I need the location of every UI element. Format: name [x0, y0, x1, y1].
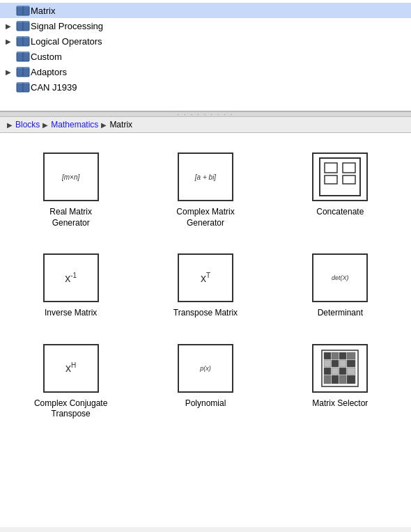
block-content-cct: xH: [65, 361, 76, 375]
svg-rect-22: [343, 175, 355, 184]
block-inverse-matrix[interactable]: x-1 Inverse Matrix: [7, 248, 134, 324]
block-box-inverse-matrix: x-1: [43, 253, 99, 302]
block-content-real-matrix: [m×n]: [62, 173, 79, 181]
block-transpose-matrix[interactable]: xT Transpose Matrix: [141, 248, 269, 324]
svg-rect-19: [325, 163, 337, 173]
block-label-transpose-matrix: Transpose Matrix: [173, 308, 238, 319]
tree-item-signal-processing[interactable]: ▶ Signal Processing: [0, 18, 411, 33]
block-label-polynomial: Polynomial: [185, 398, 226, 409]
svg-rect-35: [347, 368, 355, 375]
tree-item-label-signal: Signal Processing: [31, 21, 103, 31]
block-box-cct: xH: [43, 344, 99, 393]
svg-rect-27: [347, 352, 355, 359]
svg-rect-38: [339, 375, 346, 384]
block-label-complex-matrix: Complex MatrixGenerator: [176, 207, 234, 228]
expand-icon-adaptors: ▶: [6, 68, 14, 76]
svg-rect-25: [332, 352, 339, 359]
block-content-polynomial: p(x): [200, 365, 211, 372]
tree-item-adaptors[interactable]: ▶ Adaptors: [0, 64, 411, 79]
matrix-selector-icon: [321, 350, 359, 387]
breadcrumb-arrow-2: ▶: [101, 121, 107, 129]
svg-rect-24: [324, 352, 331, 359]
block-box-concatenate: [312, 152, 368, 201]
svg-rect-37: [332, 375, 339, 384]
block-polynomial[interactable]: p(x) Polynomial: [141, 338, 269, 425]
block-label-matrix-selector: Matrix Selector: [312, 398, 368, 409]
breadcrumb-bar: ▶ Blocks ▶ Mathematics ▶ Matrix: [0, 117, 411, 133]
tree-item-label-adaptors: Adaptors: [31, 67, 67, 77]
block-real-matrix-generator[interactable]: [m×n] Real MatrixGenerator: [7, 147, 134, 234]
block-label-determinant: Determinant: [318, 308, 363, 319]
block-box-matrix-selector: [312, 344, 368, 393]
block-label-concatenate: Concatenate: [316, 207, 364, 218]
concat-visual-icon: [319, 157, 361, 196]
breadcrumb-mathematics[interactable]: Mathematics: [51, 120, 98, 130]
panel-divider[interactable]: · · · · · · · · ·: [0, 111, 411, 117]
block-box-determinant: det(X): [312, 253, 368, 302]
block-content-inverse-matrix: x-1: [65, 272, 77, 285]
svg-rect-30: [339, 360, 346, 367]
tree-item-label-logical: Logical Operators: [31, 36, 102, 47]
breadcrumb-blocks[interactable]: Blocks: [15, 120, 40, 130]
block-label-cct: Complex ConjugateTranspose: [34, 398, 107, 420]
block-determinant[interactable]: det(X) Determinant: [277, 248, 404, 324]
block-complex-conjugate-transpose[interactable]: xH Complex ConjugateTranspose: [7, 338, 134, 425]
book-icon-logical: [15, 35, 31, 47]
expand-icon-logical: ▶: [6, 38, 14, 45]
svg-rect-39: [347, 375, 355, 384]
book-icon-custom: [15, 50, 31, 63]
tree-item-label-can: CAN J1939: [31, 82, 77, 93]
book-icon-adaptors: [15, 65, 31, 78]
tree-item-custom[interactable]: Custom: [0, 49, 411, 64]
tree-item-matrix[interactable]: Matrix: [0, 3, 411, 18]
svg-rect-34: [339, 368, 346, 375]
expand-icon-signal: ▶: [6, 22, 14, 30]
book-icon-signal: [15, 19, 31, 32]
block-concatenate[interactable]: Concatenate: [277, 147, 404, 234]
breadcrumb-matrix: Matrix: [109, 120, 132, 130]
block-label-inverse-matrix: Inverse Matrix: [45, 308, 97, 319]
tree-item-can-j1939[interactable]: CAN J1939: [0, 79, 411, 95]
svg-rect-31: [347, 360, 355, 367]
divider-handle: · · · · · · · · ·: [177, 111, 233, 118]
svg-rect-32: [324, 368, 331, 375]
block-box-real-matrix: [m×n]: [43, 152, 99, 201]
block-label-real-matrix: Real MatrixGenerator: [49, 207, 92, 228]
svg-rect-29: [332, 360, 339, 367]
block-box-polynomial: p(x): [178, 344, 233, 393]
breadcrumb-arrow-1: ▶: [42, 121, 48, 129]
svg-rect-26: [339, 352, 346, 359]
block-matrix-selector[interactable]: Matrix Selector: [277, 338, 404, 425]
svg-rect-33: [332, 368, 339, 375]
book-icon-matrix: [15, 4, 31, 17]
block-box-transpose-matrix: xT: [178, 253, 233, 302]
block-content-transpose-matrix: xT: [201, 272, 210, 285]
book-icon-can: [15, 81, 31, 93]
svg-rect-21: [325, 175, 337, 184]
breadcrumb-start-arrow: ▶: [7, 121, 13, 129]
block-content-complex-matrix: [a + bi]: [195, 173, 216, 181]
tree-item-logical-operators[interactable]: ▶ Logical Operators: [0, 33, 411, 49]
svg-rect-28: [324, 360, 331, 367]
blocks-grid: [m×n] Real MatrixGenerator [a + bi] Comp…: [0, 133, 411, 527]
library-tree-panel: Matrix ▶ Signal Processing ▶ Logical Ope…: [0, 0, 411, 111]
block-box-complex-matrix: [a + bi]: [178, 152, 233, 201]
tree-item-label-custom: Custom: [31, 52, 62, 62]
tree-item-label-matrix: Matrix: [31, 6, 55, 16]
block-complex-matrix-generator[interactable]: [a + bi] Complex MatrixGenerator: [141, 147, 269, 234]
svg-rect-20: [343, 163, 355, 173]
svg-rect-36: [324, 375, 331, 384]
block-content-determinant: det(X): [332, 274, 349, 281]
